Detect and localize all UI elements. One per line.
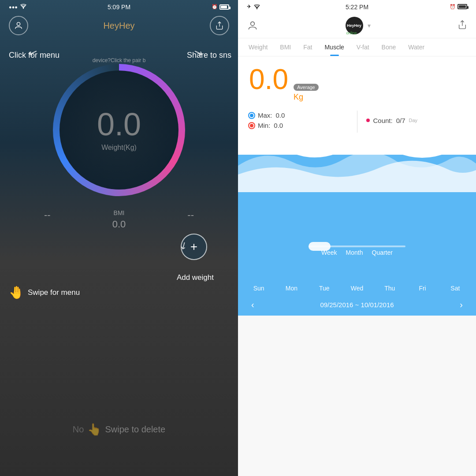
svg-point-1 [17, 22, 20, 26]
avatar-button[interactable] [9, 16, 28, 35]
count-value: 0/7 [396, 117, 405, 124]
app-title: HeyHey [103, 21, 134, 31]
swipe-hand-icon: 🤚 [9, 285, 24, 300]
alarm-icon-left: ⏰ [212, 4, 218, 10]
signal-area: ●●● [9, 4, 27, 10]
day-wed: Wed [344, 285, 370, 292]
tab-fat[interactable]: Fat [297, 38, 318, 56]
stats-col-right: Count: 0/7 Day [366, 117, 465, 127]
max-value: 0.0 [276, 112, 285, 119]
calendar-days-bar: Sun Mon Tue Wed Thu Fri Sat [238, 280, 476, 294]
right-header: HeyHey online ▾ [238, 13, 476, 38]
right-status-left: ✈ [247, 4, 260, 10]
logo-container[interactable]: HeyHey online ▾ [346, 17, 371, 34]
alarm-icon-right: ⏰ [450, 4, 456, 10]
chart-area: Week Month Quarter [238, 139, 476, 280]
chart-slider-container: Week Month Quarter [309, 245, 405, 256]
left-header: HeyHey [0, 14, 238, 37]
prev-date-button[interactable]: ‹ [247, 298, 259, 312]
swipe-menu-annotation: 🤚 Swipe for menu [9, 285, 80, 300]
day-labels-row: Sun Mon Tue Wed Thu Fri Sat [238, 285, 476, 292]
chart-period-labels: Week Month Quarter [321, 249, 393, 256]
date-nav-bar: ‹ 09/25/2016 ~ 10/01/2016 › [238, 294, 476, 316]
period-quarter[interactable]: Quarter [372, 249, 393, 256]
airplane-icon: ✈ [247, 4, 251, 10]
share-button-left[interactable] [210, 16, 229, 35]
stat-right-value: -- [187, 209, 194, 221]
muscle-value: 0.0 [249, 65, 288, 93]
stats-col-left: Max: 0.0 Min: 0.0 [249, 112, 348, 132]
chart-slider-thumb[interactable] [309, 242, 331, 251]
wifi-icon [20, 4, 27, 10]
right-status-right: ⏰ [450, 4, 467, 10]
share-sns-label: Share to sns [187, 51, 231, 60]
tab-bmi[interactable]: BMI [274, 38, 297, 56]
day-fri: Fri [409, 285, 436, 292]
stat-right: -- [187, 209, 194, 230]
max-label: Max: [258, 112, 272, 119]
battery-icon-right [457, 4, 467, 9]
count-stat-line: Count: 0/7 Day [366, 117, 465, 124]
stat-bmi-value: 0.0 [112, 219, 126, 230]
tab-water[interactable]: Water [402, 38, 431, 56]
gauge-outer: 0.0 Weight(Kg) [53, 64, 185, 196]
weight-label: Weight(Kg) [101, 144, 137, 152]
left-screen: ●●● 5:09 PM ⏰ HeyHey [0, 0, 238, 476]
day-sat: Sat [442, 285, 469, 292]
metric-display: 0.0 Average Kg [238, 56, 476, 106]
swipe-hand-icon2: 👆 [87, 423, 101, 436]
main-gauge-container: 0.0 Weight(Kg) [0, 64, 238, 196]
swipe-menu-label: Swipe for menu [28, 288, 80, 297]
metric-right-col: Average Kg [294, 84, 319, 102]
chevron-down-icon: ▾ [368, 22, 371, 29]
weight-value: 0.0 [97, 108, 141, 140]
min-dot [249, 123, 254, 128]
day-tue: Tue [311, 285, 338, 292]
stat-bmi: BMI 0.0 [112, 209, 126, 230]
day-sun: Sun [245, 285, 272, 292]
right-status-bar: ✈ 5:22 PM ⏰ [238, 0, 476, 13]
average-badge: Average [294, 84, 319, 91]
day-mon: Mon [278, 285, 305, 292]
count-suffix: Day [409, 118, 418, 123]
stats-row: Max: 0.0 Min: 0.0 Count: 0/7 Day [238, 106, 476, 139]
metric-value-row: 0.0 Average Kg [249, 65, 465, 102]
person-icon-right[interactable] [247, 20, 258, 31]
click-menu-label: Click for menu [9, 51, 60, 60]
add-weight-label: Add weight [177, 273, 214, 282]
logo-text: HeyHey [347, 23, 361, 28]
svg-point-3 [257, 8, 257, 9]
right-time: 5:22 PM [346, 4, 368, 11]
max-stat-line: Max: 0.0 [249, 112, 348, 119]
no-data-row: No 👆 Swipe to delete [73, 423, 165, 436]
no-label: No [73, 424, 84, 435]
share-button-right[interactable] [457, 20, 467, 31]
next-date-button[interactable]: › [455, 298, 467, 312]
pair-device-hint: device?Click the pair b [93, 57, 146, 63]
tab-weight[interactable]: Weight [242, 38, 274, 56]
gauge-inner: 0.0 Weight(Kg) [60, 71, 178, 190]
stat-left-value: -- [44, 209, 51, 221]
tab-bone[interactable]: Bone [376, 38, 402, 56]
bottom-stats-row: -- BMI 0.0 -- [0, 201, 238, 239]
wave-svg [238, 139, 476, 192]
count-label: Count: [373, 117, 393, 124]
chart-slider-track[interactable] [309, 245, 405, 247]
stat-bmi-label: BMI [114, 209, 125, 216]
left-time: 5:09 PM [108, 4, 130, 11]
max-dot [249, 113, 254, 118]
right-status-icons: ⏰ [212, 4, 229, 10]
tab-vfat[interactable]: V-fat [350, 38, 376, 56]
day-thu: Thu [376, 285, 403, 292]
metric-unit: Kg [294, 93, 319, 102]
min-label: Min: [258, 122, 270, 129]
stats-divider [357, 111, 357, 133]
period-month[interactable]: Month [346, 249, 363, 256]
tab-bar: Weight BMI Fat Muscle V-fat Bone Water [238, 38, 476, 56]
right-screen: ✈ 5:22 PM ⏰ [238, 0, 476, 476]
swipe-delete-label: Swipe to delete [105, 424, 165, 435]
min-value: 0.0 [274, 122, 283, 129]
left-status-bar: ●●● 5:09 PM ⏰ [0, 0, 238, 14]
stat-left: -- [44, 209, 51, 230]
tab-muscle[interactable]: Muscle [318, 38, 350, 56]
